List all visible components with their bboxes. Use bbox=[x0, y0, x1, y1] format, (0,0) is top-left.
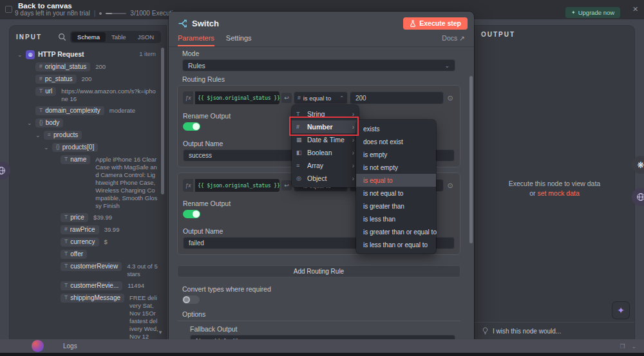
back-to-canvas-button[interactable]: Back to canvas bbox=[18, 2, 72, 10]
field-pill[interactable]: Turl bbox=[35, 87, 56, 96]
schema-field-pc_status[interactable]: #pc_status200 bbox=[10, 73, 161, 85]
input-scrollbar[interactable] bbox=[161, 48, 164, 194]
chevron-up-icon: ⌃ bbox=[339, 95, 344, 101]
operator-option-is-greater-than[interactable]: is greater than bbox=[356, 200, 436, 212]
tab-schema[interactable]: Schema bbox=[71, 32, 106, 42]
operator-option-is-less-than[interactable]: is less than bbox=[356, 212, 436, 225]
field-pill[interactable]: Tcurrency bbox=[61, 238, 99, 247]
field-pill[interactable]: ≡products bbox=[44, 131, 82, 140]
operator-option-is-less-than-or-equal-to[interactable]: is less than or equal to bbox=[356, 238, 436, 251]
avatar[interactable] bbox=[32, 340, 44, 352]
chevron-down-icon[interactable]: ⌄ bbox=[27, 118, 35, 127]
operator-option-is-not-equal-to[interactable]: is not equal to bbox=[356, 187, 436, 200]
schema-field-customerRevie[interactable]: TcustomerRevie...11494 bbox=[10, 279, 161, 292]
empty-state-text: Execute this node to view data bbox=[475, 179, 634, 189]
search-icon[interactable] bbox=[58, 33, 66, 41]
execute-step-button[interactable]: Execute step bbox=[403, 17, 468, 30]
logs-label[interactable]: Logs bbox=[63, 342, 77, 350]
operator-option-does-not-exist[interactable]: does not exist bbox=[356, 135, 436, 148]
schema-field-customerReview[interactable]: TcustomerReview4.3 out of 5 stars bbox=[10, 260, 161, 279]
field-pill[interactable]: #pc_status bbox=[35, 75, 77, 84]
bottom-bar-icons: ❐ ⌄ bbox=[620, 343, 636, 350]
chevron-down-icon[interactable]: ⌄ bbox=[44, 143, 52, 152]
mode-select[interactable]: Rules ⌄ bbox=[182, 59, 455, 71]
ai-assistant-button[interactable]: ✦ bbox=[612, 302, 629, 319]
tab-table[interactable]: Table bbox=[106, 32, 132, 42]
tab-json[interactable]: JSON bbox=[132, 32, 160, 42]
field-pill[interactable]: TcustomerReview bbox=[61, 262, 122, 271]
field-pill[interactable]: #original_status bbox=[35, 62, 90, 71]
schema-field-url[interactable]: Turlhttps://www.amazon.com/s?k=iphone 16 bbox=[10, 85, 161, 104]
type-option-array[interactable]: ≡Array› bbox=[292, 159, 359, 172]
schema-field-products[0][interactable]: ⌄{}products[0] bbox=[10, 141, 161, 153]
rule-1-operator-select[interactable]: # is equal to ⌃ bbox=[294, 91, 348, 104]
field-pill[interactable]: Tprice bbox=[61, 213, 88, 222]
schema-field-domain_complexity[interactable]: Tdomain_complexitymoderate bbox=[10, 104, 161, 117]
field-name: customerRevie... bbox=[70, 282, 118, 289]
field-name: domain_complexity bbox=[45, 107, 100, 114]
field-pill[interactable]: {}body bbox=[35, 118, 63, 127]
fx-icon[interactable]: ƒx bbox=[183, 91, 193, 104]
type-option-string[interactable]: TString› bbox=[292, 108, 359, 120]
chevron-down-icon[interactable]: ⌄ bbox=[631, 343, 636, 350]
fx-icon[interactable]: ƒx bbox=[183, 179, 193, 192]
panel-icon[interactable]: ❐ bbox=[620, 343, 625, 350]
add-routing-rule-button[interactable]: Add Routing Rule bbox=[177, 265, 460, 277]
root-item-count: 1 item bbox=[139, 50, 158, 57]
close-icon[interactable]: ✕ bbox=[632, 5, 638, 14]
rule-2-expression-input[interactable]: {{ $json.original_status }} bbox=[195, 179, 279, 192]
field-value: FREE delivery Sat, Nov 15Or fastest deli… bbox=[129, 294, 158, 340]
parameters-scrollbar[interactable] bbox=[469, 76, 473, 243]
tab-parameters[interactable]: Parameters bbox=[178, 34, 214, 46]
field-pill[interactable]: Tname bbox=[61, 155, 90, 164]
operator-option-is-greater-than-or-equal-to[interactable]: is greater than or equal to bbox=[356, 225, 436, 238]
rule-1-expression-input[interactable]: {{ $json.original_status }} bbox=[195, 91, 279, 104]
schema-field-rawPrice[interactable]: #rawPrice39.99 bbox=[10, 223, 161, 236]
select-all-checkbox[interactable] bbox=[5, 6, 12, 13]
chevron-down-icon[interactable]: ⌄ bbox=[17, 50, 26, 59]
rule-2-options-icon[interactable]: ⊙ bbox=[446, 182, 455, 190]
schema-field-products[interactable]: ⌄≡products bbox=[10, 129, 161, 141]
field-pill[interactable]: {}products[0] bbox=[52, 143, 98, 152]
schema-field-shippingMessage[interactable]: TshippingMessageFREE delivery Sat, Nov 1… bbox=[10, 292, 161, 339]
field-pill[interactable]: TshippingMessage bbox=[61, 294, 124, 303]
field-pill[interactable]: #rawPrice bbox=[61, 225, 99, 234]
revert-icon[interactable]: ↩ bbox=[281, 93, 292, 103]
rule-1-value-input[interactable]: 200 bbox=[350, 91, 444, 104]
tab-settings[interactable]: Settings bbox=[226, 34, 252, 46]
upgrade-label: Upgrade now bbox=[578, 9, 615, 16]
schema-field-body[interactable]: ⌄{}body bbox=[10, 117, 161, 129]
operator-option-is-equal-to[interactable]: is equal to bbox=[356, 174, 436, 187]
schema-root-row[interactable]: ⌄ ⊕ HTTP Request 1 item bbox=[10, 48, 161, 61]
type-option-object[interactable]: ◎Object› bbox=[292, 172, 359, 185]
upgrade-button[interactable]: ✦ Upgrade now bbox=[565, 7, 620, 18]
docs-link[interactable]: Docs ↗ bbox=[442, 34, 465, 46]
convert-types-label: Convert types where required bbox=[182, 285, 455, 293]
field-name: customerReview bbox=[70, 263, 118, 270]
type-option-date-time[interactable]: ▦Date & Time› bbox=[292, 133, 359, 146]
schema-field-currency[interactable]: Tcurrency$ bbox=[10, 236, 161, 248]
type-option-boolean[interactable]: ◧Boolean› bbox=[292, 146, 359, 159]
field-pill[interactable]: TcustomerRevie... bbox=[61, 281, 122, 290]
schema-field-offer[interactable]: Toffer bbox=[10, 248, 161, 260]
scroll-down-icon[interactable]: ▼ bbox=[158, 330, 163, 335]
node-wish-input[interactable]: I wish this node would... bbox=[475, 322, 634, 339]
revert-icon[interactable]: ↩ bbox=[281, 180, 292, 191]
set-mock-data-link[interactable]: set mock data bbox=[537, 189, 579, 197]
rule-2-rename-toggle[interactable] bbox=[183, 210, 200, 218]
convert-types-toggle[interactable] bbox=[182, 295, 200, 304]
rule-1-options-icon[interactable]: ⊙ bbox=[446, 94, 455, 102]
field-pill[interactable]: Tdomain_complexity bbox=[35, 106, 104, 115]
chevron-down-icon[interactable]: ⌄ bbox=[35, 131, 44, 140]
rule-1-rename-toggle[interactable] bbox=[183, 122, 200, 131]
field-pill[interactable]: Toffer bbox=[61, 250, 87, 259]
operator-option-exists[interactable]: exists bbox=[356, 122, 436, 135]
field-name: name bbox=[70, 156, 86, 163]
operator-option-is-empty[interactable]: is empty bbox=[356, 148, 436, 161]
type-option-number[interactable]: #Number› bbox=[292, 120, 359, 133]
schema-field-price[interactable]: Tprice$39.99 bbox=[10, 211, 161, 223]
input-connection-node-icon[interactable] bbox=[0, 162, 10, 180]
schema-field-original_status[interactable]: #original_status200 bbox=[10, 61, 161, 73]
schema-field-name[interactable]: TnameApple iPhone 16 Clear Case with Mag… bbox=[10, 153, 161, 211]
operator-option-is-not-empty[interactable]: is not empty bbox=[356, 161, 436, 174]
